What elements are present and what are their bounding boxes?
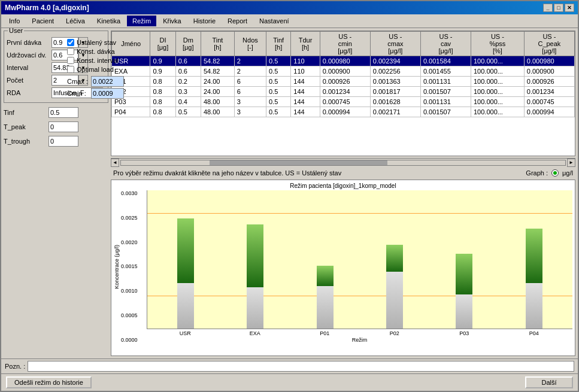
bar-group — [292, 190, 359, 329]
bars-container — [147, 190, 572, 329]
right-panel: Jméno DI[μg] Dm[μg] Tint[h] Ndos[-] Tinf… — [111, 31, 575, 356]
group-label: User — [8, 28, 24, 34]
y-label-2: 0.0010 — [121, 288, 138, 294]
menu-bar: Info Pacient Léčiva Kinetika Režim Křivk… — [1, 14, 578, 28]
x-label: P04 — [501, 330, 568, 336]
minimize-button[interactable]: _ — [543, 4, 553, 12]
close-button[interactable]: ✕ — [565, 4, 574, 12]
menu-item-report[interactable]: Report — [222, 16, 253, 26]
menu-item-leciva[interactable]: Léčiva — [60, 16, 90, 26]
table-row[interactable]: EXA0.90.654.8220.51100.0009000.0022560.0… — [112, 66, 575, 77]
konst-davka-label: Konst. dávka — [77, 48, 115, 55]
bar-group — [361, 190, 428, 329]
ustaly-label: Ustálený stav — [77, 39, 116, 46]
ttrough-row: T_trough — [4, 136, 108, 147]
optimal-load-checkbox[interactable] — [67, 66, 74, 73]
konst-davka-checkbox[interactable] — [67, 48, 74, 55]
data-table-container[interactable]: Jméno DI[μg] Dm[μg] Tint[h] Ndos[-] Tinf… — [111, 31, 575, 156]
cmax-input[interactable] — [91, 76, 124, 87]
chart-inner: Koncentrace (μg/l) 0.0030 0.0025 0.0020 … — [114, 190, 572, 343]
scroll-left-btn[interactable]: ◄ — [111, 159, 119, 167]
table-row[interactable]: USR0.90.654.8220.51100.0009800.0023940.0… — [112, 56, 575, 66]
tinf-label: Tinf — [4, 109, 48, 116]
main-content: User První dávka ▼ Udržovací dv. ▼ — [1, 28, 578, 358]
konst-interval-checkbox[interactable] — [67, 57, 74, 64]
col-dm: Dm[μg] — [175, 32, 201, 56]
next-button[interactable]: Další — [525, 376, 573, 388]
cmin-input[interactable] — [91, 88, 124, 99]
table-row[interactable]: P040.80.548.0030.51440.0009940.0021710.0… — [112, 107, 575, 117]
graph-controls: Graph : μg/l — [526, 169, 573, 177]
col-tdur: Tdur[h] — [291, 32, 320, 56]
x-label: USR — [151, 330, 219, 336]
user-group: User První dávka ▼ Udržovací dv. ▼ — [4, 31, 108, 103]
udrzovaci-label: Udržovací dv. — [7, 51, 51, 59]
data-table: Jméno DI[μg] Dm[μg] Tint[h] Ndos[-] Tinf… — [111, 31, 575, 117]
menu-item-rezim[interactable]: Režim — [127, 16, 156, 26]
menu-item-pacient[interactable]: Pacient — [26, 16, 59, 26]
tinf-input[interactable] — [48, 107, 78, 118]
col-cmax: US -cmax[μg/l] — [370, 32, 420, 56]
interval-label: Interval — [7, 64, 51, 71]
radio-dot — [553, 171, 557, 175]
x-axis-title: Režim — [147, 337, 572, 343]
main-window: MwPharm 4.0 [a,digoxin] _ □ ✕ Info Pacie… — [0, 0, 579, 392]
left-panel: User První dávka ▼ Udržovací dv. ▼ — [4, 31, 108, 356]
y-axis-container: Koncentrace (μg/l) 0.0030 0.0025 0.0020 … — [114, 190, 147, 343]
y-label-6: 0.0030 — [121, 190, 138, 196]
table-row[interactable]: P030.80.448.0030.51440.0007450.0016280.0… — [112, 97, 575, 107]
ttrough-input[interactable] — [48, 136, 78, 147]
chart-plot — [147, 190, 572, 329]
y-axis-title: Koncentrace (μg/l) — [114, 245, 120, 289]
ref-line-high — [147, 213, 572, 214]
menu-item-nastaveni[interactable]: Nastavení — [254, 16, 295, 26]
table-row[interactable]: P020.80.324.0060.51440.0012340.0018170.0… — [112, 87, 575, 97]
menu-item-kinetika[interactable]: Kinetika — [92, 16, 126, 26]
menu-item-info[interactable]: Info — [4, 16, 25, 26]
ttrough-label: T_trough — [4, 138, 48, 145]
status-bar: Pro výběr režimu dvakrát klikněte na jeh… — [111, 168, 575, 178]
ref-line-low — [147, 296, 572, 296]
menu-item-historie[interactable]: Historie — [188, 16, 221, 26]
window-title: MwPharm 4.0 [a,digoxin] — [5, 4, 89, 12]
tpeak-row: T_peak — [4, 121, 108, 132]
table-header-row: Jméno DI[μg] Dm[μg] Tint[h] Ndos[-] Tinf… — [112, 32, 575, 56]
checkbox-konst-interval: Konst. interval — [67, 57, 124, 64]
chart-plot-wrap: USREXAP01P02P03P04 Režim — [147, 190, 572, 343]
checkbox-konst-davka: Konst. dávka — [67, 48, 124, 55]
graph-radio[interactable] — [551, 169, 559, 177]
col-tint: Tint[h] — [201, 32, 234, 56]
pozn-input[interactable] — [28, 361, 574, 372]
cmin-row: Cmin : — [67, 88, 124, 99]
bar-group — [431, 190, 498, 329]
table-row[interactable]: P010.80.224.0060.51440.0009260.0013630.0… — [112, 77, 575, 87]
x-label: P01 — [291, 330, 359, 336]
timing-fields: Tinf T_peak T_trough — [4, 105, 108, 151]
cmin-label: Cmin : — [67, 90, 91, 97]
menu-item-krivka[interactable]: Křivka — [157, 16, 187, 26]
send-history-button[interactable]: Odešli režim do historie — [6, 376, 92, 388]
x-label: P03 — [431, 330, 498, 336]
cmax-label: Cmax : — [67, 78, 91, 85]
scrollbar-track[interactable] — [120, 160, 566, 166]
y-label-4: 0.0020 — [121, 239, 138, 245]
tpeak-label: T_peak — [4, 123, 48, 130]
checkbox-ustaly: Ustálený stav — [67, 39, 124, 46]
bar-group — [501, 190, 568, 329]
ustaly-checkbox[interactable] — [67, 39, 74, 46]
konst-interval-label: Konst. interval — [77, 57, 119, 64]
x-label: EXA — [222, 330, 289, 336]
scrollbar-thumb[interactable] — [210, 160, 387, 165]
title-buttons: _ □ ✕ — [543, 4, 574, 12]
cmax-group: Cmax : Cmin : — [67, 76, 124, 100]
scroll-right-btn[interactable]: ► — [567, 159, 575, 167]
footer-bar: Odešli režim do historie Další — [1, 373, 578, 391]
col-tinf: Tinf[h] — [266, 32, 291, 56]
tpeak-input[interactable] — [48, 121, 78, 132]
y-label-0: 0.0000 — [121, 337, 138, 343]
chart-title: Režim pacienta [digoxin]_1komp_model — [114, 183, 572, 189]
col-cpeak: US -C_peak[μg/l] — [524, 32, 574, 56]
x-label: P02 — [361, 330, 429, 336]
maximize-button[interactable]: □ — [554, 4, 563, 12]
table-scrollbar[interactable]: ◄ ► — [111, 158, 575, 166]
